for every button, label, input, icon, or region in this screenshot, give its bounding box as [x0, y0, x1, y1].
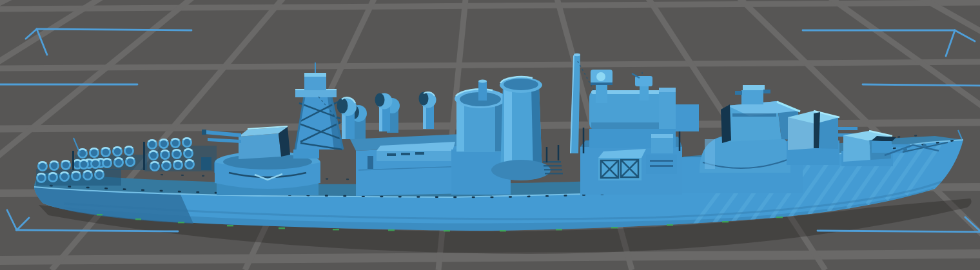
- steam-pipe: [478, 81, 487, 101]
- x-braced-crate: [598, 149, 646, 180]
- midship-deckhouse: [350, 134, 468, 196]
- 3d-viewport[interactable]: [0, 0, 980, 270]
- viewport-canvas[interactable]: [0, 0, 980, 270]
